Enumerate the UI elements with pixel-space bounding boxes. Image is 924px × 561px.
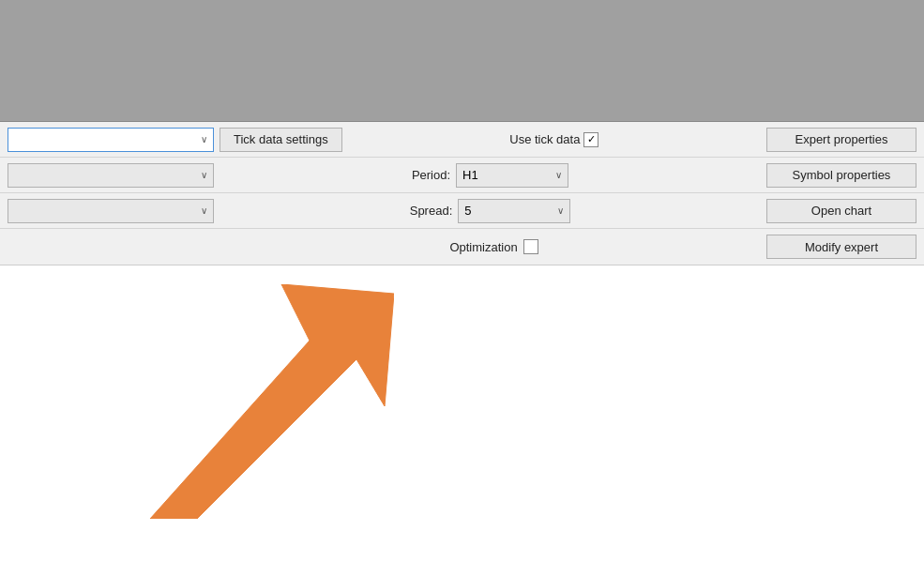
period-dropdown[interactable]: H1 ∨ bbox=[456, 163, 568, 188]
symbol-properties-button[interactable]: Symbol properties bbox=[766, 163, 916, 188]
toolbar-row-4: Optimization Modify expert bbox=[0, 229, 924, 265]
toolbar-row-2: ∨ Period: H1 ∨ Symbol properties bbox=[0, 158, 924, 193]
spread-value: 5 bbox=[464, 204, 471, 218]
use-tick-area: Use tick data ✓ bbox=[487, 132, 621, 147]
period-chevron-icon: ∨ bbox=[555, 170, 562, 180]
optimization-checkbox[interactable] bbox=[523, 239, 538, 254]
arrow-section bbox=[0, 265, 924, 556]
chevron-icon-3: ∨ bbox=[201, 205, 207, 216]
optimization-area: Optimization bbox=[407, 239, 582, 254]
spread-area: Spread: 5 ∨ bbox=[401, 199, 578, 223]
optimization-label: Optimization bbox=[449, 240, 517, 254]
toolbar-row-3: ∨ Spread: 5 ∨ Open chart bbox=[0, 193, 924, 229]
spread-dropdown[interactable]: 5 ∨ bbox=[458, 199, 570, 223]
period-area: Period: H1 ∨ bbox=[401, 163, 578, 188]
chevron-icon-1: ∨ bbox=[201, 134, 207, 144]
svg-marker-0 bbox=[150, 284, 394, 519]
dropdown-left-1[interactable]: ∨ bbox=[8, 128, 214, 152]
open-chart-button[interactable]: Open chart bbox=[766, 199, 916, 223]
dropdown-left-3[interactable]: ∨ bbox=[8, 199, 214, 223]
dropdown-left-2[interactable]: ∨ bbox=[8, 163, 214, 188]
use-tick-label: Use tick data bbox=[509, 132, 580, 146]
toolbar-section: ∨ Tick data settings Use tick data ✓ Exp… bbox=[0, 122, 924, 265]
spread-label: Spread: bbox=[410, 204, 453, 218]
use-tick-checkbox[interactable]: ✓ bbox=[583, 132, 598, 147]
period-label: Period: bbox=[412, 168, 450, 182]
chevron-icon-2: ∨ bbox=[201, 170, 207, 180]
modify-expert-button[interactable]: Modify expert bbox=[766, 235, 916, 259]
arrow-icon bbox=[94, 284, 394, 519]
toolbar-row-1: ∨ Tick data settings Use tick data ✓ Exp… bbox=[0, 122, 924, 158]
period-value: H1 bbox=[462, 168, 478, 182]
spread-chevron-icon: ∨ bbox=[557, 205, 564, 216]
checkmark-icon: ✓ bbox=[587, 133, 596, 145]
top-gray-area bbox=[0, 0, 924, 122]
tick-data-settings-button[interactable]: Tick data settings bbox=[220, 128, 342, 152]
expert-properties-button[interactable]: Expert properties bbox=[766, 128, 916, 152]
